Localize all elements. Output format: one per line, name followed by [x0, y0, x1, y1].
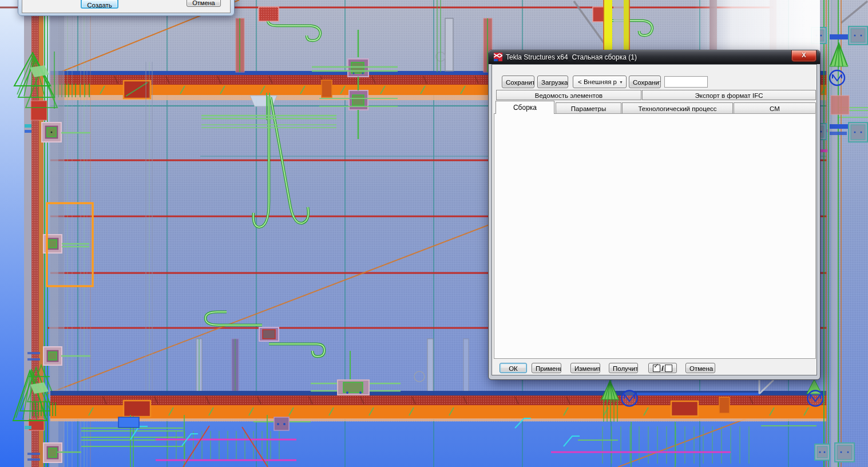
save-as-name-input[interactable]	[664, 76, 708, 88]
tab-element-list[interactable]: Ведомость элементов	[496, 90, 641, 100]
get-button[interactable]: Получить	[609, 363, 638, 373]
tab-ifc-export[interactable]: Экспорт в формат IFC	[642, 90, 816, 100]
tab-assembly[interactable]: Сборка	[496, 101, 554, 114]
empty-box-icon	[665, 365, 672, 372]
create-dialog: Создать Отмена	[18, 0, 235, 16]
steel-assembly-dialog: Tekla Structures x64 Стальная сборка (1)…	[488, 50, 821, 380]
cancel-button[interactable]: Отмена	[685, 363, 715, 373]
assembly-tab-page	[494, 113, 816, 359]
white-window-glow	[694, 0, 820, 53]
modify-button[interactable]: Изменить	[570, 363, 600, 373]
chevron-down-icon: ▼	[619, 76, 623, 88]
create-button[interactable]: Создать	[81, 0, 118, 9]
ok-button[interactable]: ОК	[500, 363, 527, 373]
dialog-titlebar[interactable]: Tekla Structures x64 Стальная сборка (1)…	[489, 50, 820, 64]
close-icon[interactable]: X	[791, 50, 817, 62]
dialog-body: Сохранить Загрузка < Внешняя р ▼ Сохрани…	[492, 64, 817, 375]
toggle-checkboxes-button[interactable]: ✓/	[648, 363, 677, 373]
save-as-button[interactable]: Сохранить как	[629, 76, 661, 88]
tab-cm[interactable]: СМ	[734, 102, 816, 114]
profile-combobox[interactable]: < Внешняя р ▼	[573, 76, 627, 88]
dialog-title: Tekla Structures x64 Стальная сборка (1)	[506, 50, 637, 64]
bottom-beam	[33, 391, 827, 421]
profile-combobox-value: < Внешняя р	[578, 78, 617, 85]
tab-parameters[interactable]: Параметры	[556, 102, 621, 114]
create-dialog-body: Создать Отмена	[22, 0, 231, 13]
cancel-button-mini[interactable]: Отмена	[187, 0, 221, 7]
checked-box-icon: ✓	[653, 365, 660, 372]
slash-glyph: /	[660, 364, 665, 373]
tekla-logo-icon	[494, 53, 502, 61]
apply-button[interactable]: Применить	[532, 363, 561, 373]
save-button[interactable]: Сохранить	[502, 76, 534, 88]
tekla-application-window: Создать Отмена Tekla Structures x64 Стал…	[0, 0, 868, 467]
tab-workflow[interactable]: Технологический процесс	[622, 102, 733, 114]
load-button[interactable]: Загрузка	[537, 76, 568, 88]
